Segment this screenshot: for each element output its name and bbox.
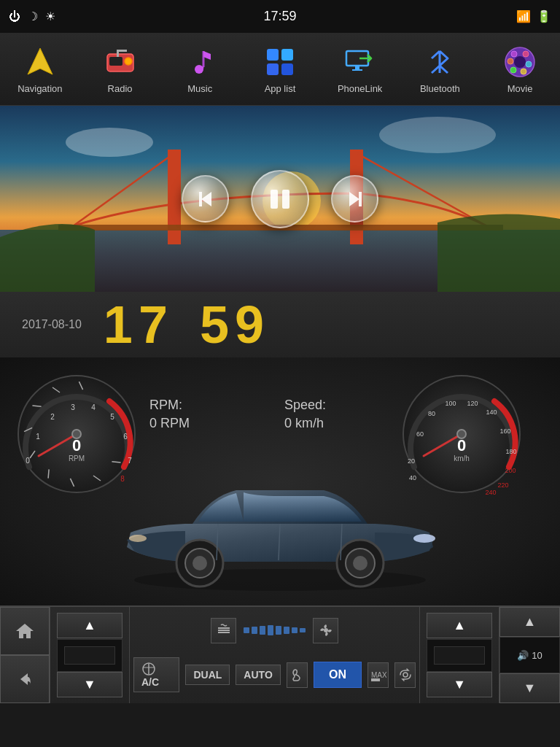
svg-text:140: 140 [486,409,497,416]
nav-item-movie[interactable]: Movie [483,44,556,94]
dual-button[interactable]: DUAL [185,665,230,685]
nav-item-applist[interactable]: App list [244,44,316,94]
dual-label: DUAL [193,669,222,681]
fan-button[interactable] [313,618,338,643]
svg-rect-2 [109,57,122,66]
home-button[interactable] [0,607,50,655]
svg-text:5: 5 [110,413,114,421]
moon-icon: ☽ [28,9,38,23]
play-pause-button[interactable] [251,170,309,228]
on-display: ON [314,662,362,688]
svg-point-86 [353,556,368,570]
svg-point-102 [403,673,408,677]
svg-rect-35 [199,192,202,206]
status-time: 17:59 [263,9,296,24]
svg-marker-0 [28,48,52,74]
clock-date: 2017-08-10 [22,318,82,331]
svg-rect-100 [371,678,380,680]
next-button[interactable] [331,175,378,222]
svg-text:200: 200 [505,467,516,474]
svg-rect-10 [281,63,293,75]
prev-button[interactable] [182,175,229,222]
navigation-icon [22,44,58,80]
music-label: Music [187,83,212,94]
nav-item-phonelink[interactable]: PhoneLink [324,44,397,94]
vol-down-button[interactable]: ▼ [499,673,560,703]
auto-button[interactable]: AUTO [236,665,280,685]
brightness-icon: ☀ [45,9,55,23]
volume-control: ▲ 🔊 10 ▼ [499,607,560,703]
seat-heat-button[interactable] [287,662,308,688]
max-defrost-button[interactable]: MAX [368,662,389,688]
clock-hours: 17 [104,295,174,354]
temp-right-down-button[interactable]: ▼ [427,672,492,697]
vol-down-icon: ▼ [524,681,537,696]
status-left-icons: ⏻ ☽ ☀ [9,9,55,23]
svg-text:0: 0 [72,436,81,454]
svg-point-32 [66,128,153,157]
radio-label: Radio [108,83,133,94]
svg-text:120: 120 [467,400,478,407]
car-image [98,445,462,591]
applist-label: App list [265,83,296,94]
defrost-button[interactable] [211,618,236,643]
svg-rect-93 [218,630,230,631]
svg-point-88 [129,535,147,542]
clock-minutes: 59 [200,295,270,354]
svg-marker-38 [349,192,359,206]
media-controls [182,170,378,228]
center-top-row [133,618,416,643]
svg-text:1: 1 [36,433,40,441]
svg-text:240: 240 [485,489,496,496]
nav-item-bluetooth[interactable]: Bluetooth [403,44,476,94]
ac-label: A/C [141,676,159,688]
svg-point-17 [523,51,529,57]
back-button[interactable] [0,655,50,703]
nav-item-music[interactable]: Music [163,44,236,94]
speed-info: Speed: 0 km/h [284,398,326,431]
ac-button[interactable]: A/C [133,657,180,692]
svg-point-18 [526,61,532,67]
navigation-label: Navigation [18,83,62,94]
bottom-controls: ▲ ▼ [0,605,560,703]
phonelink-label: PhoneLink [338,83,382,94]
auto-label: AUTO [244,669,272,681]
svg-text:3: 3 [71,403,75,411]
nav-item-navigation[interactable]: Navigation [4,44,77,94]
svg-text:180: 180 [505,448,516,455]
svg-text:MAX: MAX [371,671,386,679]
svg-point-83 [192,556,207,570]
svg-point-20 [510,67,516,73]
music-icon [182,44,218,80]
vol-value: 10 [532,650,542,661]
vol-up-button[interactable]: ▲ [499,607,560,637]
clock-time: 17 59 [104,298,270,351]
svg-rect-92 [218,627,230,629]
svg-rect-4 [117,51,119,57]
rpm-info: RPM: 0 RPM [149,398,190,431]
svg-text:RPM: RPM [69,454,85,462]
temp-left-down-button[interactable]: ▼ [57,672,122,697]
temp-right-control: ▲ ▼ [419,607,499,703]
power-icon: ⏻ [9,10,20,23]
speed-value: 0 km/h [284,416,326,431]
svg-rect-39 [359,192,362,206]
status-right-icons: 📶 🔋 [516,9,551,23]
svg-point-15 [514,56,526,68]
svg-rect-5 [117,50,127,52]
bluetooth-icon [421,44,458,80]
svg-point-21 [508,58,513,64]
rpm-label: RPM: [149,398,190,413]
nav-item-radio[interactable]: Radio [84,44,157,94]
status-bar: ⏻ ☽ ☀ 17:59 📶 🔋 [0,0,560,33]
svg-rect-13 [352,69,362,71]
temp-right-up-button[interactable]: ▲ [427,613,492,638]
temp-left-up-button[interactable]: ▲ [57,613,122,638]
vol-display: 🔊 10 [499,637,560,673]
svg-rect-36 [271,190,278,209]
wifi-icon: 📶 [516,9,531,23]
svg-rect-8 [281,49,293,61]
svg-point-33 [379,117,496,153]
movie-label: Movie [508,83,533,94]
recirculate-button[interactable] [394,662,416,688]
